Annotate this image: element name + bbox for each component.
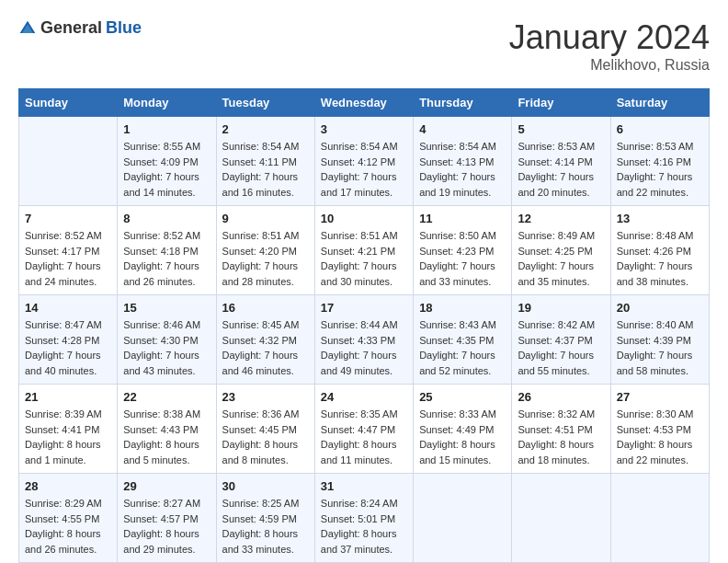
day-number: 9 bbox=[222, 212, 309, 225]
calendar-week-row: 28Sunrise: 8:29 AMSunset: 4:55 PMDayligh… bbox=[19, 474, 710, 563]
day-number: 12 bbox=[518, 212, 604, 225]
table-row: 19Sunrise: 8:42 AMSunset: 4:37 PMDayligh… bbox=[512, 295, 610, 385]
day-number: 20 bbox=[617, 301, 703, 315]
day-number: 2 bbox=[222, 122, 309, 136]
table-row bbox=[610, 474, 709, 563]
day-info: Sunrise: 8:54 AMSunset: 4:13 PMDaylight:… bbox=[419, 139, 506, 200]
table-row: 11Sunrise: 8:50 AMSunset: 4:23 PMDayligh… bbox=[414, 206, 512, 295]
day-info: Sunrise: 8:42 AMSunset: 4:37 PMDaylight:… bbox=[518, 317, 604, 378]
table-row bbox=[19, 117, 118, 206]
month-title: January 2024 bbox=[509, 18, 710, 57]
day-number: 4 bbox=[419, 122, 506, 136]
page-header: GeneralBlue January 2024 Melikhovo, Russ… bbox=[18, 18, 710, 74]
table-row: 17Sunrise: 8:44 AMSunset: 4:33 PMDayligh… bbox=[314, 295, 413, 385]
table-row: 2Sunrise: 8:54 AMSunset: 4:11 PMDaylight… bbox=[216, 117, 314, 206]
day-info: Sunrise: 8:53 AMSunset: 4:16 PMDaylight:… bbox=[617, 139, 703, 200]
day-info: Sunrise: 8:49 AMSunset: 4:25 PMDaylight:… bbox=[518, 228, 604, 289]
day-number: 18 bbox=[419, 301, 506, 315]
table-row: 18Sunrise: 8:43 AMSunset: 4:35 PMDayligh… bbox=[414, 295, 512, 385]
day-info: Sunrise: 8:50 AMSunset: 4:23 PMDaylight:… bbox=[419, 228, 506, 289]
table-row: 7Sunrise: 8:52 AMSunset: 4:17 PMDaylight… bbox=[19, 206, 118, 295]
day-info: Sunrise: 8:51 AMSunset: 4:21 PMDaylight:… bbox=[321, 228, 407, 289]
table-row: 26Sunrise: 8:32 AMSunset: 4:51 PMDayligh… bbox=[512, 385, 610, 474]
header-sunday: Sunday bbox=[19, 89, 118, 117]
day-number: 24 bbox=[321, 390, 407, 404]
table-row: 14Sunrise: 8:47 AMSunset: 4:28 PMDayligh… bbox=[19, 295, 118, 385]
table-row bbox=[512, 474, 610, 563]
day-number: 30 bbox=[222, 479, 309, 493]
table-row: 9Sunrise: 8:51 AMSunset: 4:20 PMDaylight… bbox=[216, 206, 314, 295]
table-row: 6Sunrise: 8:53 AMSunset: 4:16 PMDaylight… bbox=[610, 117, 709, 206]
day-info: Sunrise: 8:27 AMSunset: 4:57 PMDaylight:… bbox=[123, 496, 210, 557]
header-thursday: Thursday bbox=[414, 89, 512, 117]
header-friday: Friday bbox=[512, 89, 610, 117]
day-number: 19 bbox=[518, 301, 604, 315]
day-number: 26 bbox=[518, 390, 604, 404]
day-info: Sunrise: 8:33 AMSunset: 4:49 PMDaylight:… bbox=[419, 407, 506, 467]
day-info: Sunrise: 8:46 AMSunset: 4:30 PMDaylight:… bbox=[123, 317, 210, 378]
table-row: 27Sunrise: 8:30 AMSunset: 4:53 PMDayligh… bbox=[610, 385, 709, 474]
day-number: 1 bbox=[123, 122, 210, 136]
day-number: 13 bbox=[617, 212, 703, 225]
location-title: Melikhovo, Russia bbox=[509, 57, 710, 74]
day-number: 7 bbox=[25, 212, 111, 225]
table-row bbox=[414, 474, 512, 563]
day-info: Sunrise: 8:47 AMSunset: 4:28 PMDaylight:… bbox=[25, 317, 111, 378]
header-saturday: Saturday bbox=[610, 89, 709, 117]
table-row: 25Sunrise: 8:33 AMSunset: 4:49 PMDayligh… bbox=[414, 385, 512, 474]
table-row: 3Sunrise: 8:54 AMSunset: 4:12 PMDaylight… bbox=[314, 117, 413, 206]
day-info: Sunrise: 8:43 AMSunset: 4:35 PMDaylight:… bbox=[419, 317, 506, 378]
table-row: 4Sunrise: 8:54 AMSunset: 4:13 PMDaylight… bbox=[414, 117, 512, 206]
table-row: 21Sunrise: 8:39 AMSunset: 4:41 PMDayligh… bbox=[19, 385, 118, 474]
logo-general: General bbox=[40, 18, 102, 38]
table-row: 10Sunrise: 8:51 AMSunset: 4:21 PMDayligh… bbox=[314, 206, 413, 295]
day-info: Sunrise: 8:40 AMSunset: 4:39 PMDaylight:… bbox=[617, 317, 703, 378]
calendar-week-row: 14Sunrise: 8:47 AMSunset: 4:28 PMDayligh… bbox=[19, 295, 710, 385]
day-info: Sunrise: 8:44 AMSunset: 4:33 PMDaylight:… bbox=[321, 317, 407, 378]
table-row: 15Sunrise: 8:46 AMSunset: 4:30 PMDayligh… bbox=[118, 295, 216, 385]
table-row: 24Sunrise: 8:35 AMSunset: 4:47 PMDayligh… bbox=[314, 385, 413, 474]
calendar-header-row: Sunday Monday Tuesday Wednesday Thursday… bbox=[19, 89, 710, 117]
day-number: 6 bbox=[617, 122, 703, 136]
day-info: Sunrise: 8:55 AMSunset: 4:09 PMDaylight:… bbox=[123, 139, 210, 200]
table-row: 30Sunrise: 8:25 AMSunset: 4:59 PMDayligh… bbox=[216, 474, 314, 563]
day-number: 31 bbox=[321, 479, 407, 493]
day-number: 27 bbox=[617, 390, 703, 404]
day-number: 14 bbox=[25, 301, 111, 315]
day-info: Sunrise: 8:24 AMSunset: 5:01 PMDaylight:… bbox=[321, 496, 407, 557]
header-wednesday: Wednesday bbox=[314, 89, 413, 117]
day-number: 23 bbox=[222, 390, 309, 404]
day-info: Sunrise: 8:35 AMSunset: 4:47 PMDaylight:… bbox=[321, 407, 407, 467]
day-info: Sunrise: 8:29 AMSunset: 4:55 PMDaylight:… bbox=[25, 496, 111, 557]
table-row: 28Sunrise: 8:29 AMSunset: 4:55 PMDayligh… bbox=[19, 474, 118, 563]
day-number: 3 bbox=[321, 122, 407, 136]
logo-blue: Blue bbox=[106, 18, 142, 38]
day-number: 21 bbox=[25, 390, 111, 404]
table-row: 8Sunrise: 8:52 AMSunset: 4:18 PMDaylight… bbox=[118, 206, 216, 295]
table-row: 5Sunrise: 8:53 AMSunset: 4:14 PMDaylight… bbox=[512, 117, 610, 206]
day-number: 5 bbox=[518, 122, 604, 136]
day-info: Sunrise: 8:52 AMSunset: 4:18 PMDaylight:… bbox=[123, 228, 210, 289]
day-info: Sunrise: 8:38 AMSunset: 4:43 PMDaylight:… bbox=[123, 407, 210, 467]
day-info: Sunrise: 8:54 AMSunset: 4:12 PMDaylight:… bbox=[321, 139, 407, 200]
day-info: Sunrise: 8:52 AMSunset: 4:17 PMDaylight:… bbox=[25, 228, 111, 289]
day-number: 28 bbox=[25, 479, 111, 493]
header-monday: Monday bbox=[118, 89, 216, 117]
header-tuesday: Tuesday bbox=[216, 89, 314, 117]
logo-icon bbox=[18, 19, 37, 38]
table-row: 23Sunrise: 8:36 AMSunset: 4:45 PMDayligh… bbox=[216, 385, 314, 474]
day-info: Sunrise: 8:36 AMSunset: 4:45 PMDaylight:… bbox=[222, 407, 309, 467]
day-info: Sunrise: 8:45 AMSunset: 4:32 PMDaylight:… bbox=[222, 317, 309, 378]
day-info: Sunrise: 8:39 AMSunset: 4:41 PMDaylight:… bbox=[25, 407, 111, 467]
day-info: Sunrise: 8:30 AMSunset: 4:53 PMDaylight:… bbox=[617, 407, 703, 467]
table-row: 12Sunrise: 8:49 AMSunset: 4:25 PMDayligh… bbox=[512, 206, 610, 295]
day-number: 22 bbox=[123, 390, 210, 404]
table-row: 13Sunrise: 8:48 AMSunset: 4:26 PMDayligh… bbox=[610, 206, 709, 295]
title-block: January 2024 Melikhovo, Russia bbox=[509, 18, 710, 74]
day-info: Sunrise: 8:25 AMSunset: 4:59 PMDaylight:… bbox=[222, 496, 309, 557]
table-row: 20Sunrise: 8:40 AMSunset: 4:39 PMDayligh… bbox=[610, 295, 709, 385]
day-info: Sunrise: 8:53 AMSunset: 4:14 PMDaylight:… bbox=[518, 139, 604, 200]
day-number: 16 bbox=[222, 301, 309, 315]
table-row: 16Sunrise: 8:45 AMSunset: 4:32 PMDayligh… bbox=[216, 295, 314, 385]
table-row: 22Sunrise: 8:38 AMSunset: 4:43 PMDayligh… bbox=[118, 385, 216, 474]
